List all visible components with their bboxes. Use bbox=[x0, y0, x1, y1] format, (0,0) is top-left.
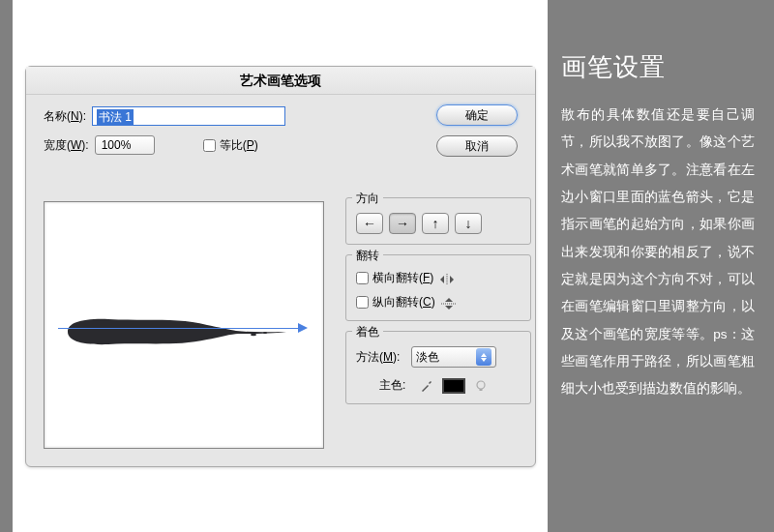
colorization-group: 着色 方法(M): 淡色 主色: bbox=[345, 331, 531, 404]
flip-vertical-icon bbox=[439, 297, 459, 309]
width-label: 宽度(W): bbox=[44, 137, 89, 154]
brush-preview bbox=[44, 201, 324, 449]
keycolor-label: 主色: bbox=[379, 377, 405, 394]
name-label: 名称(N): bbox=[44, 108, 86, 125]
tips-icon[interactable] bbox=[473, 378, 489, 394]
select-stepper-icon bbox=[476, 348, 491, 366]
key-color-swatch[interactable] bbox=[442, 378, 465, 394]
direction-right-button[interactable]: → bbox=[389, 213, 416, 234]
method-select[interactable]: 淡色 bbox=[411, 346, 496, 368]
dialog-title: 艺术画笔选项 bbox=[26, 67, 535, 95]
svg-rect-5 bbox=[480, 389, 483, 391]
eyedropper-icon[interactable] bbox=[419, 378, 434, 394]
ok-button[interactable]: 确定 bbox=[436, 104, 518, 126]
proportional-checkbox-box[interactable] bbox=[203, 139, 216, 152]
flip-vertical-checkbox[interactable]: 纵向翻转(C) bbox=[356, 294, 521, 310]
direction-arrow bbox=[58, 328, 302, 329]
width-input[interactable]: 100% bbox=[95, 135, 155, 155]
flip-horizontal-checkbox[interactable]: 横向翻转(F) bbox=[356, 270, 521, 286]
svg-point-0 bbox=[251, 334, 256, 336]
svg-point-1 bbox=[263, 332, 267, 334]
brush-stroke-shape bbox=[62, 314, 292, 349]
direction-down-button[interactable]: ↓ bbox=[455, 213, 482, 234]
svg-point-4 bbox=[477, 381, 485, 389]
flip-horizontal-icon bbox=[437, 273, 457, 284]
proportional-checkbox[interactable]: 等比(P) bbox=[203, 137, 258, 154]
direction-group: 方向 ← → ↑ ↓ bbox=[345, 197, 531, 245]
art-brush-options-dialog: 艺术画笔选项 确定 取消 名称(N): 书法 1 宽度(W): 100% bbox=[25, 66, 536, 467]
direction-left-button[interactable]: ← bbox=[356, 213, 383, 234]
cancel-button[interactable]: 取消 bbox=[436, 135, 518, 157]
info-sidebar: 画笔设置 散布的具体数值还是要自己调节，所以我不放图了。像这个艺术画笔就简单多了… bbox=[561, 50, 755, 403]
method-label: 方法(M): bbox=[356, 349, 400, 366]
sidebar-title: 画笔设置 bbox=[561, 50, 755, 84]
direction-arrow-head bbox=[298, 323, 308, 333]
sidebar-body: 散布的具体数值还是要自己调节，所以我不放图了。像这个艺术画笔就简单多了。注意看在… bbox=[561, 102, 755, 403]
flip-group: 翻转 横向翻转(F) 纵向翻转(C) bbox=[345, 254, 531, 321]
name-input[interactable]: 书法 1 bbox=[92, 106, 285, 126]
direction-up-button[interactable]: ↑ bbox=[422, 213, 449, 234]
